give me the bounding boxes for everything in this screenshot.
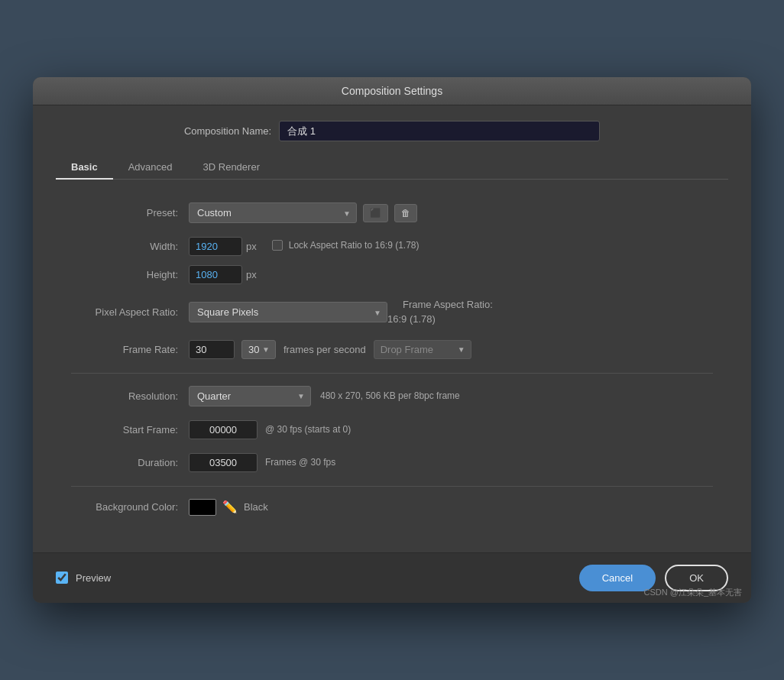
- frame-rate-dropdown-wrapper: 30 24 25 60 ▼: [238, 340, 276, 359]
- composition-name-row: Composition Name:: [56, 121, 728, 141]
- preview-checkbox[interactable]: [56, 572, 68, 584]
- pixel-aspect-label: Pixel Aspect Ratio:: [71, 306, 178, 318]
- composition-name-label: Composition Name:: [184, 125, 271, 137]
- drop-frame-select[interactable]: Drop Frame Non-Drop Frame: [374, 340, 471, 359]
- frame-rate-input[interactable]: [189, 340, 235, 359]
- resolution-select[interactable]: Full Half Third Quarter Custom: [189, 386, 311, 406]
- composition-name-input[interactable]: [279, 121, 600, 141]
- resolution-row: Resolution: Full Half Third Quarter Cust…: [71, 386, 713, 406]
- start-frame-note: @ 30 fps (starts at 0): [265, 424, 351, 435]
- pixel-aspect-select-wrapper: Square Pixels D1/DV NTSC (0.91) D1/DV PA…: [189, 302, 387, 322]
- preview-label: Preview: [76, 572, 111, 584]
- height-unit: px: [246, 269, 257, 280]
- lock-aspect-row: Lock Aspect Ratio to 16:9 (1.78): [272, 240, 420, 251]
- tab-advanced[interactable]: Advanced: [113, 155, 188, 179]
- eyedropper-button[interactable]: ✏️: [222, 500, 238, 514]
- lock-aspect-checkbox[interactable]: [272, 240, 283, 251]
- wh-block: Width: px Height: px: [71, 237, 257, 284]
- frame-rate-label: Frame Rate:: [71, 344, 178, 355]
- basic-form: Preset: Custom HDTV 1080 29.97 HDTV 720 …: [56, 195, 728, 536]
- dialog-title: Composition Settings: [342, 85, 442, 97]
- fps-label: frames per second: [283, 344, 366, 355]
- bg-color-name: Black: [244, 501, 268, 513]
- preset-row: Preset: Custom HDTV 1080 29.97 HDTV 720 …: [71, 202, 713, 223]
- start-frame-label: Start Frame:: [71, 424, 178, 436]
- lock-aspect-label: Lock Aspect Ratio to 16:9 (1.78): [289, 240, 420, 251]
- bg-color-swatch[interactable]: [189, 499, 216, 516]
- preset-select[interactable]: Custom HDTV 1080 29.97 HDTV 720 29.97: [189, 202, 357, 223]
- height-label: Height:: [71, 269, 178, 280]
- dialog-title-bar: Composition Settings: [33, 77, 751, 105]
- drop-frame-wrapper: Drop Frame Non-Drop Frame ▼: [374, 340, 471, 359]
- resolution-info: 480 x 270, 506 KB per 8bpc frame: [320, 390, 460, 401]
- width-row: Width: px: [71, 237, 257, 256]
- frame-rate-row: Frame Rate: 30 24 25 60 ▼ frames per sec…: [71, 340, 713, 359]
- start-frame-input[interactable]: [189, 420, 258, 439]
- frame-aspect-info: Frame Aspect Ratio: 16:9 (1.78): [387, 298, 493, 325]
- bg-color-row: Background Color: ✏️ Black: [71, 499, 713, 516]
- width-input[interactable]: [189, 237, 242, 256]
- bg-color-label: Background Color:: [71, 501, 178, 513]
- eyedropper-icon: ✏️: [222, 500, 238, 513]
- tab-3d-renderer[interactable]: 3D Renderer: [188, 155, 275, 179]
- separator: [71, 373, 713, 374]
- duration-input[interactable]: [189, 453, 258, 472]
- width-label: Width:: [71, 241, 178, 252]
- watermark: CSDN @江朵朵_基本无害: [643, 587, 742, 598]
- trash-icon: 🗑: [401, 208, 410, 219]
- width-unit: px: [246, 241, 257, 252]
- save-icon: ⬛: [370, 208, 381, 219]
- duration-note: Frames @ 30 fps: [265, 457, 335, 468]
- tab-basic[interactable]: Basic: [56, 155, 113, 179]
- height-input[interactable]: [189, 265, 242, 284]
- preview-row: Preview: [56, 572, 111, 584]
- tabs-bar: Basic Advanced 3D Renderer: [56, 155, 728, 180]
- frame-aspect-value: 16:9 (1.78): [387, 313, 436, 325]
- composition-settings-dialog: Composition Settings Composition Name: B…: [33, 77, 751, 602]
- frame-rate-select[interactable]: 30 24 25 60: [241, 340, 276, 359]
- resolution-label: Resolution:: [71, 390, 178, 402]
- preset-controls: Custom HDTV 1080 29.97 HDTV 720 29.97 ▼ …: [189, 202, 417, 223]
- dialog-body: Composition Name: Basic Advanced 3D Rend…: [33, 105, 751, 552]
- start-frame-row: Start Frame: @ 30 fps (starts at 0): [71, 420, 713, 439]
- pixel-aspect-row: Pixel Aspect Ratio: Square Pixels D1/DV …: [71, 298, 713, 325]
- preset-select-wrapper: Custom HDTV 1080 29.97 HDTV 720 29.97 ▼: [189, 202, 357, 223]
- duration-row: Duration: Frames @ 30 fps: [71, 453, 713, 472]
- duration-label: Duration:: [71, 457, 178, 468]
- delete-preset-button[interactable]: 🗑: [394, 204, 417, 222]
- pixel-aspect-select[interactable]: Square Pixels D1/DV NTSC (0.91) D1/DV PA…: [189, 302, 387, 322]
- resolution-select-wrapper: Full Half Third Quarter Custom ▼: [189, 386, 311, 406]
- height-row: Height: px: [71, 265, 257, 284]
- width-height-row: Width: px Height: px Lock Aspect Ratio t…: [71, 237, 713, 284]
- save-preset-button[interactable]: ⬛: [363, 204, 388, 222]
- separator-2: [71, 486, 713, 487]
- preset-label: Preset:: [71, 207, 178, 219]
- frame-aspect-label-text: Frame Aspect Ratio:: [403, 299, 493, 310]
